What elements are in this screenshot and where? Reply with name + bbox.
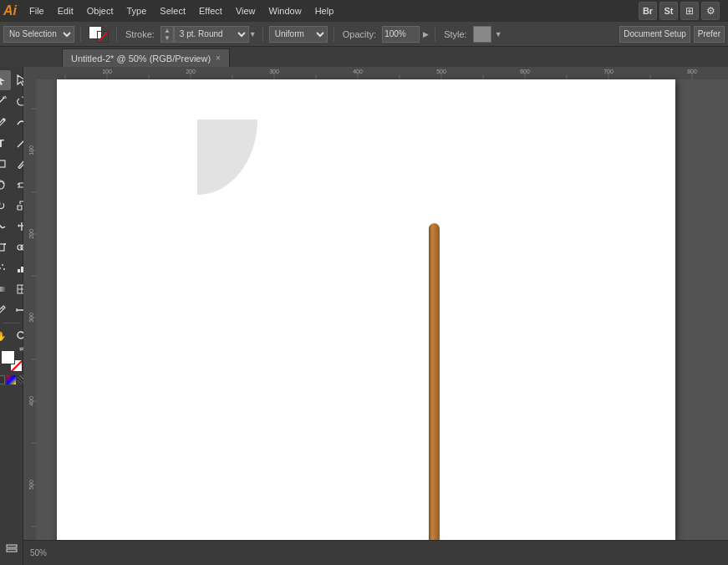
grid-icon[interactable]: ⊞ xyxy=(680,2,699,20)
opacity-label: Opacity: xyxy=(340,29,379,39)
main-area: T xyxy=(0,67,728,565)
svg-rect-17 xyxy=(0,244,4,251)
ruler-left-marks: 100 200 300 400 500 xyxy=(23,67,36,565)
hand-tool[interactable]: ✋ xyxy=(0,326,11,346)
selection-tool[interactable] xyxy=(0,70,11,90)
settings-icon[interactable]: ⚙ xyxy=(701,2,720,20)
menubar: Ai File Edit Object Type Select Effect V… xyxy=(0,0,728,22)
gradient-tool[interactable] xyxy=(0,279,11,299)
variable-width-select[interactable]: Uniform xyxy=(269,26,328,43)
canvas-area[interactable]: 100 200 300 400 500 600 700 800 xyxy=(23,67,728,565)
svg-text:400: 400 xyxy=(353,69,363,74)
svg-text:400: 400 xyxy=(28,396,34,406)
svg-text:600: 600 xyxy=(520,69,530,74)
freetransform-icon xyxy=(0,242,7,253)
gradient-swatch[interactable] xyxy=(7,375,16,384)
menu-window[interactable]: Window xyxy=(263,4,308,18)
selection-dropdown[interactable]: No Selection xyxy=(3,26,74,43)
fill-stroke-area xyxy=(87,24,110,44)
stroke-controls: ▲ ▼ 3 pt. Round ▼ xyxy=(160,26,257,43)
pen-tool[interactable] xyxy=(0,112,11,132)
left-toolbar: T xyxy=(0,67,23,565)
opacity-expand[interactable]: ▶ xyxy=(423,30,429,38)
menu-object[interactable]: Object xyxy=(81,4,120,18)
stroke-spinners[interactable]: ▲ ▼ xyxy=(160,26,174,43)
bridge-icon[interactable]: Br xyxy=(639,2,657,20)
svg-text:700: 700 xyxy=(603,69,613,74)
layers-icon xyxy=(4,541,19,556)
svg-rect-31 xyxy=(0,287,5,292)
menu-effect[interactable]: Effect xyxy=(193,4,228,18)
stroke-label: Stroke: xyxy=(123,29,157,39)
svg-rect-42 xyxy=(7,549,17,552)
hand-icon: ✋ xyxy=(0,331,7,342)
document-tab[interactable]: Untitled-2* @ 50% (RGB/Preview) × xyxy=(62,48,230,67)
stroke-expand[interactable]: ▼ xyxy=(249,30,257,38)
symbol-sprayer-tool[interactable] xyxy=(0,258,11,278)
arrow-icon xyxy=(0,74,7,86)
rotate-tool[interactable]: ↻ xyxy=(0,196,11,216)
rect-icon xyxy=(0,158,7,170)
menu-file[interactable]: File xyxy=(23,4,50,18)
tool-divider xyxy=(3,323,20,323)
preferences-button[interactable]: Prefer xyxy=(694,26,725,43)
artboard xyxy=(57,79,675,556)
menu-select[interactable]: Select xyxy=(154,4,191,18)
magic-wand-tool[interactable] xyxy=(0,91,11,111)
stroke-weight-select[interactable]: 3 pt. Round xyxy=(174,26,249,43)
menu-view[interactable]: View xyxy=(230,4,262,18)
menu-help[interactable]: Help xyxy=(309,4,340,18)
warp-tool[interactable] xyxy=(0,216,11,237)
tab-close-button[interactable]: × xyxy=(216,53,221,63)
svg-text:200: 200 xyxy=(186,69,196,74)
style-label: Style: xyxy=(441,29,470,39)
style-swatch[interactable] xyxy=(473,26,491,43)
tab-title: Untitled-2* @ 50% (RGB/Preview) xyxy=(71,53,211,64)
svg-line-4 xyxy=(4,96,6,97)
eyedropper-icon xyxy=(0,304,7,316)
stock-icon[interactable]: St xyxy=(659,2,678,20)
svg-rect-43 xyxy=(23,67,728,79)
svg-point-6 xyxy=(3,119,6,121)
svg-rect-28 xyxy=(18,269,20,272)
tabbar: Untitled-2* @ 50% (RGB/Preview) × xyxy=(0,47,728,67)
blob-icon xyxy=(0,179,7,191)
layers-toggle[interactable] xyxy=(2,538,22,558)
svg-text:100: 100 xyxy=(28,145,34,155)
svg-text:300: 300 xyxy=(269,69,279,74)
menu-type[interactable]: Type xyxy=(121,4,153,18)
stroke-swatch[interactable] xyxy=(97,31,109,43)
menu-edit[interactable]: Edit xyxy=(52,4,79,18)
symbolsprayer-icon xyxy=(0,262,7,274)
brown-rod xyxy=(429,223,440,557)
wand-icon xyxy=(0,95,7,107)
document-setup-button[interactable]: Document Setup xyxy=(619,26,690,43)
zoom-level[interactable]: 50% xyxy=(30,548,47,557)
sep4 xyxy=(333,27,334,42)
fill-stroke-boxes: ⇄ xyxy=(1,350,23,372)
style-expand[interactable]: ▼ xyxy=(495,30,502,38)
layers-icon-area xyxy=(2,538,22,562)
pen-icon xyxy=(0,116,7,128)
svg-rect-19 xyxy=(4,243,6,245)
status-bar: 50% xyxy=(23,540,728,565)
eyedropper-tool[interactable] xyxy=(0,300,11,320)
svg-rect-41 xyxy=(7,545,17,547)
fill-box[interactable] xyxy=(1,350,15,364)
svg-line-2 xyxy=(0,99,3,106)
none-swatch[interactable] xyxy=(0,375,5,384)
blob-brush-tool[interactable] xyxy=(0,175,11,195)
free-transform-tool[interactable] xyxy=(0,237,11,257)
opacity-input[interactable] xyxy=(382,26,420,43)
gradient-icon xyxy=(0,283,7,295)
rect-tool[interactable] xyxy=(0,154,11,174)
rotate-icon: ↻ xyxy=(0,199,6,212)
sep5 xyxy=(435,27,435,42)
type-tool[interactable]: T xyxy=(0,133,11,153)
selection-group: No Selection xyxy=(3,26,74,43)
ruler-top: 100 200 300 400 500 600 700 800 xyxy=(23,67,728,79)
svg-point-24 xyxy=(2,264,3,266)
svg-point-25 xyxy=(0,267,1,269)
app-logo: Ai xyxy=(3,3,17,18)
ruler-left: 100 200 300 400 500 xyxy=(23,67,36,565)
